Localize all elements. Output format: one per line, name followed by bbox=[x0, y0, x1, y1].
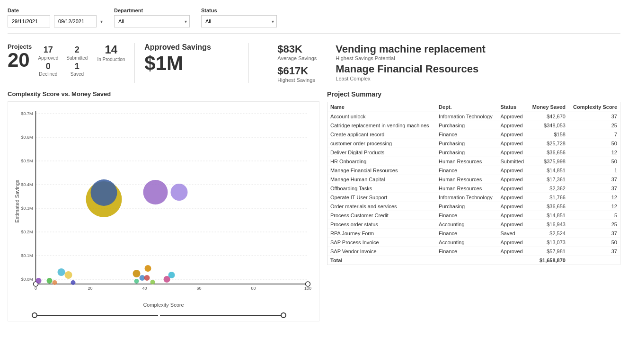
table-row[interactable]: Process order statusAccountingApproved$1… bbox=[327, 220, 620, 229]
submitted-label: Submitted bbox=[66, 55, 88, 61]
table-cell: $57,981 bbox=[528, 247, 568, 256]
table-row[interactable]: Total$1,658,870 bbox=[327, 256, 620, 265]
table-cell: 50 bbox=[568, 157, 620, 166]
table-cell: Finance bbox=[436, 247, 497, 256]
y-tick-04: $0.4M bbox=[21, 182, 33, 187]
table-cell: Offboarding Tasks bbox=[327, 184, 436, 193]
kpi-divider-1 bbox=[134, 43, 135, 83]
y-tick-06: $0.6M bbox=[21, 135, 33, 140]
kpi-breakdown: 17 Approved 2 Submitted 0 Declined 1 Sav… bbox=[37, 45, 88, 77]
bubble-deliver-digital[interactable] bbox=[58, 268, 65, 276]
table-cell: customer order processing bbox=[327, 139, 436, 148]
bubble-account-unlock[interactable] bbox=[133, 270, 141, 277]
kpi-approved: 17 Approved bbox=[37, 45, 59, 61]
table-cell: Approved bbox=[498, 247, 528, 256]
table-cell: Approved bbox=[498, 193, 528, 202]
table-row[interactable]: RPA Journey FormFinanceSaved$2,52437 bbox=[327, 229, 620, 238]
table-row[interactable]: customer order processingPurchasingAppro… bbox=[327, 139, 620, 148]
date-label: Date bbox=[8, 8, 103, 13]
vending-title: Vending machine replacement bbox=[336, 43, 486, 55]
table-cell: Approved bbox=[498, 211, 528, 220]
kpi-avg-savings: $83K Average Savings bbox=[277, 43, 317, 61]
kpi-named-projects: Vending machine replacement Highest Savi… bbox=[336, 43, 486, 81]
table-row[interactable]: Account unlockInformation TechnologyAppr… bbox=[327, 112, 620, 121]
date-start-input[interactable] bbox=[8, 15, 50, 27]
table-cell: 12 bbox=[568, 193, 620, 202]
table-cell: Approved bbox=[498, 220, 528, 229]
table-cell: Accounting bbox=[436, 238, 497, 247]
kpi-in-production: 14 In Production bbox=[97, 43, 125, 62]
table-cell bbox=[498, 256, 528, 265]
table-cell: Human Resources bbox=[436, 157, 497, 166]
y-tick-01: $0.1M bbox=[21, 253, 33, 258]
col-money: Money Saved bbox=[528, 102, 568, 112]
table-cell: 12 bbox=[568, 148, 620, 157]
table-cell: Total bbox=[327, 256, 436, 265]
table-row[interactable]: Operate IT User SupportInformation Techn… bbox=[327, 193, 620, 202]
chart-container: Estimated Savings $0.7M $0.6M $0.5M $0.4… bbox=[8, 101, 319, 321]
table-cell: $2,524 bbox=[528, 229, 568, 238]
bubble-customer-order[interactable] bbox=[143, 180, 168, 204]
date-chevron-icon: ▾ bbox=[100, 19, 103, 24]
chart-title: Complexity Score vs. Money Saved bbox=[8, 90, 319, 98]
table-cell: Information Technology bbox=[436, 112, 497, 121]
table-cell: $1,766 bbox=[528, 193, 568, 202]
status-select-wrapper[interactable]: All bbox=[201, 15, 277, 27]
status-select[interactable]: All bbox=[201, 15, 277, 27]
table-cell: $348,053 bbox=[528, 121, 568, 130]
table-body: Account unlockInformation TechnologyAppr… bbox=[327, 112, 620, 265]
table-row[interactable]: Offboarding TasksHuman ResourcesApproved… bbox=[327, 184, 620, 193]
table-cell: Approved bbox=[498, 175, 528, 184]
bubble-create-applicant[interactable] bbox=[53, 280, 57, 285]
table-row[interactable]: Catridge replacement in vending machines… bbox=[327, 121, 620, 130]
date-end-input[interactable] bbox=[54, 15, 97, 27]
table-cell: Approved bbox=[498, 112, 528, 121]
table-cell bbox=[568, 256, 620, 265]
table-wrapper[interactable]: Name Dept. Status Money Saved Complexity… bbox=[327, 102, 620, 265]
department-select[interactable]: All bbox=[114, 15, 190, 27]
bubble-process-customer[interactable] bbox=[47, 278, 53, 284]
table-row[interactable]: Manage Financial ResourcesFinanceApprove… bbox=[327, 166, 620, 175]
y-tick-00: $0.0M bbox=[21, 277, 33, 282]
table-cell: Operate IT User Support bbox=[327, 193, 436, 202]
bubble-sap-process[interactable] bbox=[164, 276, 170, 283]
table-row[interactable]: SAP Vendor InvoiceFinanceApproved$57,981… bbox=[327, 247, 620, 256]
table-row[interactable]: Process Customer CreditFinanceApproved$1… bbox=[327, 211, 620, 220]
department-select-wrapper[interactable]: All bbox=[114, 15, 190, 27]
complexity-slider-left[interactable] bbox=[32, 315, 158, 316]
bubble-manage-financial[interactable] bbox=[36, 278, 42, 284]
table-cell: Create applicant record bbox=[327, 130, 436, 139]
x-axis-label: Complexity Score bbox=[8, 302, 319, 311]
highest-savings-value: $617K bbox=[277, 65, 317, 77]
bubble-sap-vendor[interactable] bbox=[145, 265, 151, 272]
table-cell: 37 bbox=[568, 184, 620, 193]
dashboard: Date ▾ Department All Status All bbox=[0, 0, 628, 364]
table-row[interactable]: SAP Process InvoiceAccountingApproved$13… bbox=[327, 238, 620, 247]
table-row[interactable]: Deliver Digital ProductsPurchasingApprov… bbox=[327, 148, 620, 157]
bubble-hr-onboarding[interactable] bbox=[91, 179, 117, 206]
y-axis-label: Estimated Savings bbox=[14, 179, 20, 223]
bubble-order-materials[interactable] bbox=[65, 271, 72, 279]
bubble-operate-it[interactable] bbox=[71, 280, 76, 285]
bubble-manage-human[interactable] bbox=[144, 275, 150, 281]
col-status: Status bbox=[498, 102, 528, 112]
table-cell: Manage Financial Resources bbox=[327, 166, 436, 175]
avg-savings-value: $83K bbox=[277, 43, 317, 55]
table-cell: 37 bbox=[568, 175, 620, 184]
bubble-offboarding[interactable] bbox=[134, 279, 139, 284]
saved-label: Saved bbox=[71, 71, 84, 77]
table-header: Name Dept. Status Money Saved Complexity… bbox=[327, 102, 620, 112]
bubble-rpa-journey[interactable] bbox=[150, 280, 155, 284]
project-table: Name Dept. Status Money Saved Complexity… bbox=[327, 102, 620, 265]
table-cell: SAP Vendor Invoice bbox=[327, 247, 436, 256]
x-tick-60: 60 bbox=[196, 286, 201, 291]
table-row[interactable]: Create applicant recordFinanceApproved$1… bbox=[327, 130, 620, 139]
table-row[interactable]: Manage Human CapitalHuman ResourcesAppro… bbox=[327, 175, 620, 184]
table-cell: Finance bbox=[436, 130, 497, 139]
table-row[interactable]: HR OnboardingHuman ResourcesSubmitted$37… bbox=[327, 157, 620, 166]
complexity-slider-right[interactable] bbox=[160, 315, 286, 316]
bubble-deliver-big[interactable] bbox=[171, 184, 188, 201]
y-tick-05: $0.5M bbox=[21, 159, 33, 163]
table-cell: Account unlock bbox=[327, 112, 436, 121]
table-row[interactable]: Order materials and servicesPurchasingAp… bbox=[327, 202, 620, 211]
